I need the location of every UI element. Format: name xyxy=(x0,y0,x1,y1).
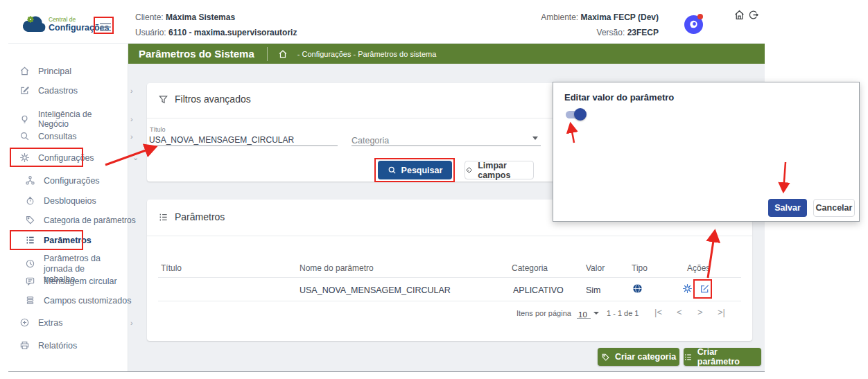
first-page-button[interactable]: |< xyxy=(654,307,662,317)
client-info: Cliente: Máxima Sistemas xyxy=(135,12,235,22)
page: Central de Configurações Cliente: Máxima… xyxy=(0,0,868,379)
col-header-nome: Nome do parâmetro xyxy=(300,263,374,273)
home-shortcut-icon[interactable] xyxy=(734,9,746,21)
client-label: Cliente: xyxy=(135,12,164,22)
chat-bubble-icon xyxy=(688,19,700,30)
titulo-field-label: Título xyxy=(150,126,166,133)
chat-widget-button[interactable] xyxy=(684,14,705,35)
cell-categoria: APLICATIVO xyxy=(513,285,564,295)
eraser-icon xyxy=(465,166,473,175)
sidebar-item-consultas[interactable]: Consultas › xyxy=(19,131,123,141)
chevron-right-icon: › xyxy=(130,87,133,95)
list-icon xyxy=(25,235,35,245)
page-size-select[interactable]: 10 xyxy=(578,308,600,319)
toggle-knob xyxy=(574,108,587,121)
filters-card-header: Filtros avançados xyxy=(158,94,251,105)
cloud-logo-icon xyxy=(21,15,49,35)
logout-icon[interactable] xyxy=(747,9,760,21)
user-value: 6110 - maxima.supervisorautoriz xyxy=(168,28,297,37)
page-range-text: 1 - 1 de 1 xyxy=(607,309,639,317)
criar-parametro-label: Criar parâmetro xyxy=(697,347,761,367)
cell-valor: Sim xyxy=(586,285,601,295)
limpar-campos-label: Limpar campos xyxy=(478,161,533,180)
sidebar-label: Inteligência de Negócio xyxy=(38,109,123,129)
page-title: Parâmetros do Sistema xyxy=(139,48,254,60)
col-header-titulo: Título xyxy=(161,263,182,273)
limpar-campos-button[interactable]: Limpar campos xyxy=(465,161,534,179)
sidebar-item-configuracoes-sub[interactable]: Configurações xyxy=(25,175,100,186)
tag-icon xyxy=(25,215,35,225)
pesquisar-button[interactable]: Pesquisar xyxy=(378,161,452,179)
cancelar-button[interactable]: Cancelar xyxy=(813,199,855,217)
table-header-divider xyxy=(158,277,741,278)
titulo-input[interactable] xyxy=(149,134,338,146)
categoria-select[interactable]: Categoria xyxy=(351,134,541,146)
items-per-page-label: Itens por página xyxy=(517,309,571,317)
list-icon xyxy=(158,212,168,222)
message-icon xyxy=(25,276,35,286)
parametros-divider xyxy=(147,236,752,236)
breadcrumb-home-icon[interactable] xyxy=(278,49,288,59)
prev-page-button[interactable]: < xyxy=(677,307,682,317)
filter-funnel-icon xyxy=(158,94,168,105)
sidebar-label: Parâmetros xyxy=(44,236,92,245)
salvar-button[interactable]: Salvar xyxy=(768,199,807,217)
col-header-categoria: Categoria xyxy=(512,263,548,273)
version-value: 23FECP xyxy=(627,28,659,37)
chevron-right-icon: › xyxy=(130,115,133,123)
clock-icon xyxy=(25,258,35,269)
criar-categoria-button[interactable]: Criar categoria xyxy=(598,348,679,366)
environment-value: Maxima FECP (Dev) xyxy=(581,12,659,22)
environment-label: Ambiente: xyxy=(541,12,578,22)
sidebar-label: Consultas xyxy=(38,132,77,141)
sidebar-item-configuracoes[interactable]: Configurações ⌄ xyxy=(19,152,123,163)
home-icon xyxy=(19,66,30,76)
sidebar-label: Cadastros xyxy=(38,86,78,96)
col-header-acoes: Ações xyxy=(687,263,710,273)
nodes-icon xyxy=(25,175,35,186)
sidebar-item-desbloqueios[interactable]: Desbloqueios xyxy=(25,195,96,206)
sidebar-item-categoria-de-parametros[interactable]: Categoria de parâmetros xyxy=(25,215,136,225)
notification-dot xyxy=(697,14,703,19)
last-page-button[interactable]: >| xyxy=(718,307,725,317)
sidebar-item-principal[interactable]: Principal xyxy=(19,66,71,76)
sidebar-label: Campos customizados xyxy=(44,296,131,306)
sidebar-item-parametros[interactable]: Parâmetros xyxy=(25,235,92,245)
app-header: Central de Configurações Cliente: Máxima… xyxy=(8,7,765,44)
breadcrumb: - Configurações - Parâmetros do sistema xyxy=(297,50,437,58)
dropdown-arrow-icon xyxy=(593,312,599,315)
edit-square-icon xyxy=(19,85,30,96)
stopwatch-icon xyxy=(25,195,35,206)
param-value-toggle[interactable] xyxy=(566,107,591,121)
logo-text-small: Central de xyxy=(49,16,76,23)
hamburger-menu-icon[interactable] xyxy=(97,19,114,33)
search-icon xyxy=(19,131,30,141)
sidebar-label: Principal xyxy=(38,67,71,76)
chevron-right-icon: › xyxy=(130,132,133,141)
filters-title: Filtros avançados xyxy=(175,94,251,105)
next-page-button[interactable]: > xyxy=(697,307,703,317)
user-label: Usuário: xyxy=(135,28,166,37)
sidebar-item-campos-customizados[interactable]: Campos customizados xyxy=(25,295,131,306)
salvar-label: Salvar xyxy=(774,203,801,213)
row-settings-icon[interactable] xyxy=(682,283,693,294)
page-titlebar: Parâmetros do Sistema - Configurações - … xyxy=(128,44,765,64)
sidebar-item-relatorios[interactable]: Relatórios xyxy=(19,340,77,351)
sidebar-label: Configurações xyxy=(44,176,100,186)
sidebar-item-cadastros[interactable]: Cadastros › xyxy=(19,85,123,96)
plus-circle-icon xyxy=(19,317,30,328)
version-label: Versão: xyxy=(597,28,625,37)
row-edit-icon[interactable] xyxy=(700,283,710,294)
pesquisar-label: Pesquisar xyxy=(401,166,443,175)
globe-type-icon xyxy=(632,283,643,294)
sidebar-item-extras[interactable]: Extras › xyxy=(19,317,123,328)
sidebar-item-inteligencia-de-negocio[interactable]: Inteligência de Negócio › xyxy=(19,109,123,129)
sidebar-item-mensagem-circular[interactable]: Mensagem circular xyxy=(25,276,117,286)
categoria-placeholder: Categoria xyxy=(351,136,389,146)
criar-parametro-button[interactable]: Criar parâmetro xyxy=(684,348,761,366)
sidebar-label: Extras xyxy=(38,318,62,328)
printer-icon xyxy=(19,340,30,351)
user-info: Usuário: 6110 - maxima.supervisorautoriz xyxy=(135,28,297,37)
chevron-down-icon: ⌄ xyxy=(132,153,139,162)
search-icon xyxy=(388,166,397,175)
